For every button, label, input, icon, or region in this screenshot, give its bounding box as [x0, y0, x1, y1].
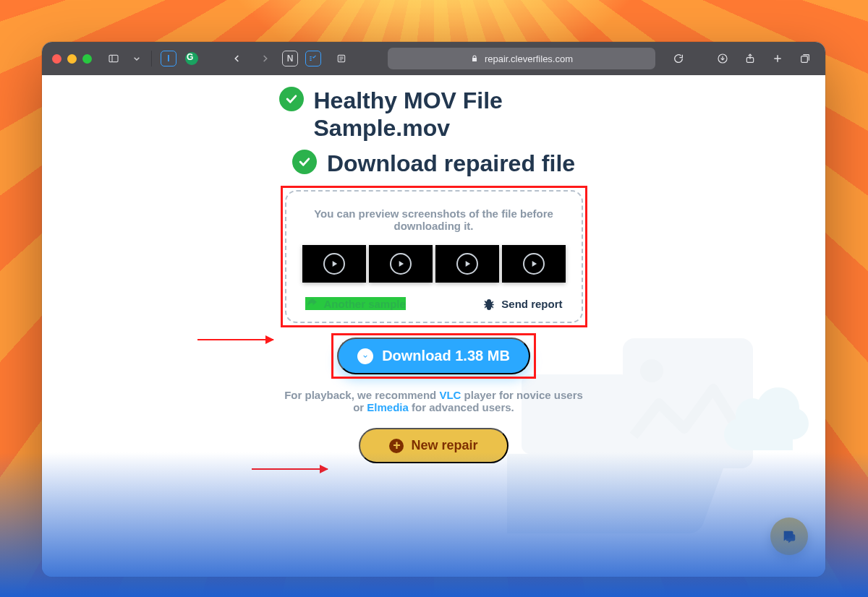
- chat-fab[interactable]: [770, 517, 808, 555]
- svg-rect-0: [109, 55, 118, 61]
- new-tab-button[interactable]: [767, 48, 788, 69]
- todoist-extension-icon[interactable]: [305, 51, 321, 66]
- downloads-button[interactable]: [712, 48, 733, 69]
- forward-button[interactable]: [255, 48, 275, 69]
- desktop-wallpaper: I G N repair.cleverfiles.com: [0, 0, 868, 597]
- share-button[interactable]: [740, 48, 760, 69]
- download-ready-title: Download repaired file: [327, 150, 575, 177]
- download-ready-status: Download repaired file: [292, 150, 575, 177]
- elmedia-link[interactable]: Elmedia: [367, 401, 409, 413]
- new-repair-label: New repair: [411, 438, 477, 453]
- vlc-link[interactable]: VLC: [439, 389, 461, 401]
- safari-window: I G N repair.cleverfiles.com: [42, 42, 825, 577]
- back-button[interactable]: [227, 48, 247, 69]
- healthy-file-status: Healthy MOV File Sample.mov: [279, 87, 589, 142]
- window-controls: [52, 54, 92, 64]
- notion-extension-icon[interactable]: N: [282, 51, 298, 66]
- annotation-arrow: [197, 339, 273, 340]
- rec-text: For playback, we recommend: [284, 389, 439, 401]
- svg-rect-11: [507, 454, 728, 533]
- rec-text: for advanced users.: [409, 401, 514, 413]
- fullscreen-window-button[interactable]: [82, 54, 92, 64]
- new-repair-button[interactable]: + New repair: [359, 428, 508, 463]
- playback-recommendation: For playback, we recommend VLC player fo…: [282, 389, 586, 413]
- reload-button[interactable]: [668, 48, 689, 69]
- svg-rect-10: [801, 56, 808, 63]
- grammarly-extension-icon[interactable]: G: [184, 51, 200, 66]
- annotation-highlight-box: [281, 186, 587, 327]
- extension-badge-i[interactable]: I: [161, 51, 176, 66]
- plus-icon: +: [389, 439, 404, 453]
- page-content: Healthy MOV File Sample.mov Download rep…: [42, 75, 825, 577]
- annotation-highlight-box: [331, 333, 536, 379]
- check-icon: [292, 150, 317, 174]
- minimize-window-button[interactable]: [67, 54, 77, 64]
- healthy-file-title: Healthy MOV File Sample.mov: [314, 87, 589, 142]
- address-bar[interactable]: repair.cleverfiles.com: [388, 48, 655, 69]
- chevron-down-icon[interactable]: [131, 48, 142, 69]
- url-text: repair.cleverfiles.com: [485, 53, 573, 64]
- sidebar-toggle-icon[interactable]: [103, 48, 124, 69]
- reader-mode-icon[interactable]: [331, 48, 352, 69]
- browser-toolbar: I G N repair.cleverfiles.com: [42, 42, 825, 75]
- tab-overview-button[interactable]: [795, 48, 815, 69]
- lock-icon: [470, 54, 479, 63]
- close-window-button[interactable]: [52, 54, 61, 64]
- check-icon: [279, 87, 304, 111]
- chat-icon: [781, 528, 797, 544]
- annotation-arrow: [252, 468, 328, 470]
